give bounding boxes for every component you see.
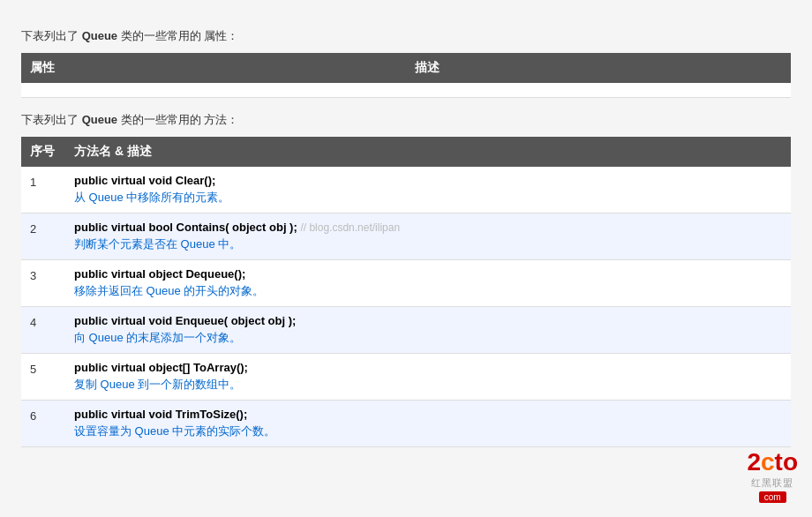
properties-table: 属性 描述 bbox=[21, 53, 791, 98]
method-name: public virtual object Dequeue(); bbox=[74, 267, 782, 281]
method-col-index: 序号 bbox=[21, 137, 65, 167]
prop-col-property: 属性 bbox=[21, 53, 406, 83]
method-index: 4 bbox=[21, 307, 65, 354]
method-content: public virtual void Enqueue( object obj … bbox=[65, 307, 791, 354]
method-desc-link[interactable]: 复制 Queue 到一个新的数组中。 bbox=[74, 378, 241, 391]
method-col-name: 方法名 & 描述 bbox=[65, 137, 791, 167]
prop-col-description: 描述 bbox=[406, 53, 791, 83]
method-name: public virtual object[] ToArray(); bbox=[74, 361, 782, 374]
method-name: public virtual bool Contains( object obj… bbox=[74, 221, 782, 234]
table-row bbox=[21, 83, 791, 98]
method-desc-link[interactable]: 向 Queue 的末尾添加一个对象。 bbox=[74, 331, 241, 344]
methods-table: 序号 方法名 & 描述 1public virtual void Clear()… bbox=[21, 137, 791, 447]
method-desc-link[interactable]: 从 Queue 中移除所有的元素。 bbox=[74, 191, 229, 204]
method-desc-link[interactable]: 移除并返回在 Queue 的开头的对象。 bbox=[74, 284, 264, 297]
method-content: public virtual void TrimToSize();设置容量为 Q… bbox=[65, 401, 791, 447]
method-content: public virtual object Dequeue();移除并返回在 Q… bbox=[65, 260, 791, 307]
table-row: 2public virtual bool Contains( object ob… bbox=[21, 214, 791, 260]
method-desc-link[interactable]: 设置容量为 Queue 中元素的实际个数。 bbox=[74, 424, 275, 438]
table-row: 4public virtual void Enqueue( object obj… bbox=[21, 307, 791, 354]
method-content: public virtual bool Contains( object obj… bbox=[65, 214, 791, 260]
method-index: 1 bbox=[21, 167, 65, 214]
table-row: 1public virtual void Clear();从 Queue 中移除… bbox=[21, 167, 791, 214]
table-row: 3public virtual object Dequeue();移除并返回在 … bbox=[21, 260, 791, 307]
method-content: public virtual object[] ToArray();复制 Que… bbox=[65, 354, 791, 401]
method-index: 5 bbox=[21, 354, 65, 401]
method-index: 2 bbox=[21, 214, 65, 260]
method-desc-link[interactable]: 判断某个元素是否在 Queue 中。 bbox=[74, 237, 241, 251]
method-content: public virtual void Clear();从 Queue 中移除所… bbox=[65, 167, 791, 214]
method-name: public virtual void Clear(); bbox=[74, 174, 782, 187]
method-name: public virtual void TrimToSize(); bbox=[74, 408, 782, 421]
logo-container: 2cto 红黑联盟 com bbox=[747, 449, 798, 479]
props-intro: 下表列出了 Queue 类的一些常用的 属性： bbox=[21, 28, 791, 44]
prop-name bbox=[21, 83, 406, 98]
prop-desc bbox=[406, 83, 791, 98]
method-name: public virtual void Enqueue( object obj … bbox=[74, 314, 782, 327]
logo-2cto: 2cto bbox=[747, 449, 798, 476]
table-row: 6public virtual void TrimToSize();设置容量为 … bbox=[21, 401, 791, 447]
methods-intro: 下表列出了 Queue 类的一些常用的 方法： bbox=[21, 112, 791, 128]
method-index: 3 bbox=[21, 260, 65, 307]
table-row: 5public virtual object[] ToArray();复制 Qu… bbox=[21, 354, 791, 401]
method-index: 6 bbox=[21, 401, 65, 447]
logo-sub: 红黑联盟 bbox=[751, 476, 793, 479]
